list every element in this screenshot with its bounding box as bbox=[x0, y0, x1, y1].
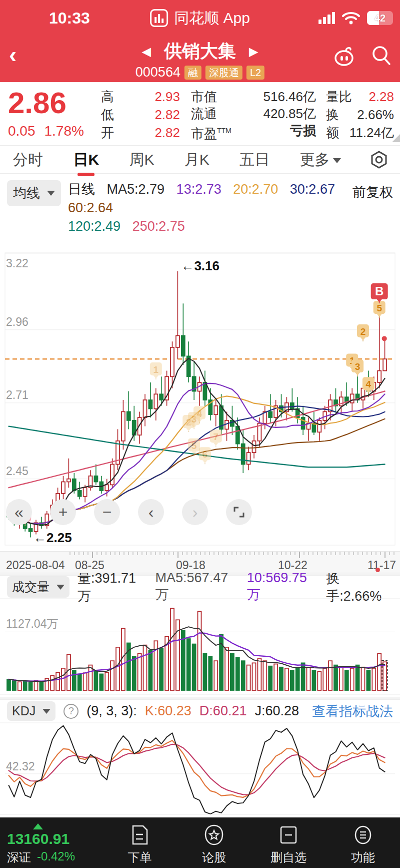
discussion-star-icon bbox=[202, 823, 226, 846]
svg-text:←2.25: ←2.25 bbox=[34, 530, 72, 545]
tab-weekly-k[interactable]: 周K bbox=[127, 146, 156, 174]
quote-col-vol: 量比2.28 换2.66% 额11.24亿 bbox=[326, 87, 394, 142]
period-label: 日线 bbox=[68, 182, 95, 197]
quote-col-ohl: 高2.93 低2.82 开2.82 bbox=[101, 87, 180, 142]
ma-dropdown-button[interactable]: 均线 bbox=[7, 180, 61, 206]
svg-text:1: 1 bbox=[154, 364, 159, 375]
ma20-legend: 20:2.70 bbox=[233, 182, 278, 197]
battery-icon: 42 bbox=[367, 11, 393, 25]
quote-col-cap: 市值516.46亿 流通420.85亿 市盈TTM亏损 bbox=[191, 87, 316, 142]
tab-more[interactable]: 更多 bbox=[298, 146, 343, 174]
index-quote[interactable]: 13160.91 深证 -0.42% bbox=[0, 823, 102, 865]
date-label: 10-22 bbox=[278, 559, 308, 572]
quote-corner-icon bbox=[392, 134, 400, 142]
float-cap-value: 420.85亿 bbox=[263, 105, 316, 122]
signal-icon bbox=[318, 12, 335, 24]
date-label: 09-18 bbox=[176, 559, 206, 572]
fullscreen-icon bbox=[232, 506, 246, 519]
app-banner[interactable]: 同花顺 App bbox=[150, 8, 250, 29]
svg-text:2: 2 bbox=[360, 326, 366, 337]
date-label: 11-17 bbox=[368, 559, 396, 572]
robot-assistant-icon[interactable] bbox=[331, 44, 357, 67]
menu-circle-icon bbox=[352, 823, 374, 846]
fullscreen-button[interactable] bbox=[226, 499, 252, 525]
zoom-out-button[interactable]: − bbox=[94, 499, 120, 525]
collapse-left-button[interactable]: « bbox=[6, 499, 32, 525]
svg-text:5: 5 bbox=[376, 303, 382, 313]
nav-remove-watchlist[interactable]: 删自选 bbox=[252, 823, 326, 865]
volume-header: 成交量 量:391.71万 MA5:567.47万 10:569.75万 换手:… bbox=[0, 575, 400, 598]
kdj-k-value: K:60.23 bbox=[145, 703, 192, 719]
wifi-icon bbox=[342, 11, 360, 25]
tab-monthly-k[interactable]: 月K bbox=[182, 146, 212, 174]
status-icons: 42 bbox=[318, 11, 393, 25]
svg-text:7: 7 bbox=[213, 431, 218, 442]
chevron-down-icon bbox=[42, 709, 50, 714]
chart-settings-icon[interactable] bbox=[369, 150, 389, 170]
stock-code: 000564 bbox=[136, 65, 180, 80]
order-doc-icon bbox=[128, 823, 151, 846]
quote-panel: 2.86 0.05 1.78% 高2.93 低2.82 开2.82 市值516.… bbox=[0, 82, 400, 145]
bottom-nav: 13160.91 深证 -0.42% 下单 论股 删自选 bbox=[0, 817, 400, 868]
status-bar: 10:33 同花顺 App 42 bbox=[0, 0, 400, 36]
stock-name: 供销大集 bbox=[164, 39, 236, 64]
tonghuashun-app-icon bbox=[150, 9, 168, 27]
svg-text:4: 4 bbox=[366, 379, 372, 389]
expand-up-icon[interactable] bbox=[33, 823, 43, 829]
prev-stock-arrow[interactable]: ◀ bbox=[142, 45, 151, 59]
high-value: 2.93 bbox=[154, 88, 180, 105]
tab-daily-k[interactable]: 日K bbox=[71, 146, 101, 174]
svg-text:42.32: 42.32 bbox=[6, 760, 35, 773]
period-tabs: 分时 日K 周K 月K 五日 更多 bbox=[0, 145, 400, 173]
kdj-dropdown-button[interactable]: KDJ bbox=[7, 701, 56, 721]
battery-level: 42 bbox=[367, 11, 393, 25]
date-label: 2025-08-04 bbox=[6, 559, 65, 572]
kdj-header: KDJ ? (9, 3, 3): K:60.23 D:60.21 J:60.28… bbox=[0, 699, 400, 722]
kdj-canvas[interactable]: 42.32 bbox=[0, 722, 400, 815]
zoom-in-button[interactable]: + bbox=[50, 499, 76, 525]
amount-value: 11.24亿 bbox=[350, 124, 394, 141]
latest-date-dot bbox=[376, 568, 380, 572]
ma120-legend: 120:2.49 bbox=[68, 219, 120, 234]
price-change: 0.05 bbox=[8, 123, 36, 139]
low-value: 2.82 bbox=[154, 106, 180, 123]
ma13-legend: 13:2.73 bbox=[176, 182, 222, 197]
adjust-mode-label[interactable]: 前复权 bbox=[352, 180, 393, 201]
svg-text:4: 4 bbox=[197, 408, 202, 419]
chevron-down-icon bbox=[47, 191, 55, 196]
volume-canvas[interactable]: 1127.04万 bbox=[0, 598, 400, 695]
tab-five-day[interactable]: 五日 bbox=[238, 146, 272, 174]
tab-fenshi[interactable]: 分时 bbox=[11, 146, 45, 174]
app-banner-label: 同花顺 App bbox=[174, 8, 250, 29]
svg-text:←3.16: ←3.16 bbox=[181, 258, 220, 273]
search-icon[interactable] bbox=[370, 44, 392, 67]
chart-zoom-controls: « + − ‹ › bbox=[6, 499, 252, 525]
pan-left-button[interactable]: ‹ bbox=[138, 499, 164, 525]
indicator-strategy-link[interactable]: 查看指标战法 bbox=[312, 702, 393, 720]
next-stock-arrow[interactable]: ▶ bbox=[249, 45, 258, 59]
svg-text:2.96: 2.96 bbox=[6, 315, 28, 328]
kline-chart[interactable]: 3.222.962.712.45←3.16←2.2529123456712345… bbox=[0, 239, 400, 551]
chevron-down-icon bbox=[333, 158, 341, 163]
nav-discuss-stock[interactable]: 论股 bbox=[177, 823, 252, 865]
nav-place-order[interactable]: 下单 bbox=[102, 823, 177, 865]
ma-legend-bar: 均线 日线 MA5:2.79 13:2.73 20:2.70 30:2.67 6… bbox=[0, 173, 400, 239]
index-change: -0.42% bbox=[37, 849, 75, 865]
svg-text:B: B bbox=[375, 284, 384, 298]
nav-functions[interactable]: 功能 bbox=[326, 823, 400, 865]
help-icon[interactable]: ? bbox=[64, 704, 78, 719]
ma30-legend: 30:2.67 bbox=[290, 182, 335, 197]
last-price: 2.86 bbox=[8, 87, 101, 119]
svg-text:2.71: 2.71 bbox=[6, 388, 28, 401]
turnover-rate-value: 2.66% bbox=[357, 106, 394, 123]
price-change-pct: 1.78% bbox=[44, 123, 84, 139]
back-button[interactable]: ‹ bbox=[9, 43, 16, 66]
date-label: 08-25 bbox=[75, 559, 104, 572]
date-axis: 2025-08-04 08-25 09-18 10-22 11-17 bbox=[0, 551, 400, 573]
kdj-j-value: J:60.28 bbox=[254, 703, 299, 719]
pan-right-button[interactable]: › bbox=[182, 499, 208, 525]
chevron-down-icon bbox=[56, 585, 64, 590]
index-value: 13160.91 bbox=[7, 830, 70, 847]
ma5-legend: MA5:2.79 bbox=[107, 182, 165, 197]
volume-dropdown-button[interactable]: 成交量 bbox=[7, 576, 70, 598]
